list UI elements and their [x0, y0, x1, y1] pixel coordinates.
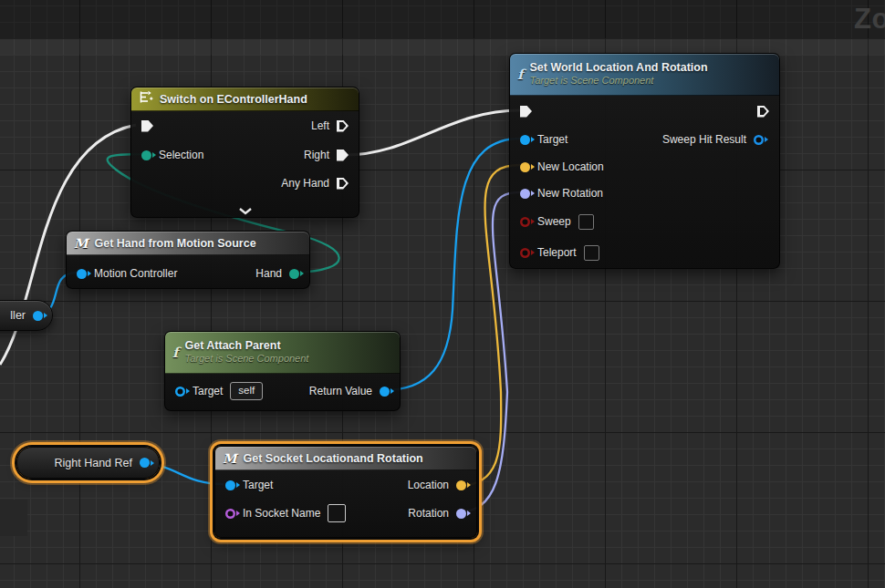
right-exec-pin[interactable] — [337, 150, 349, 161]
node-right-hand-ref-variable[interactable]: Right Hand Ref — [16, 447, 160, 479]
chevron-down-icon[interactable] — [238, 202, 253, 219]
target-label: Target — [537, 133, 567, 146]
right-hand-ref-output-pin[interactable] — [140, 458, 150, 468]
location-pin[interactable] — [456, 480, 466, 490]
sweep-label: Sweep — [537, 215, 571, 228]
clipped-node-stub — [0, 500, 27, 536]
teleport-label: Teleport — [537, 246, 577, 259]
exec-in-pin[interactable] — [141, 120, 153, 132]
target-pin[interactable] — [225, 480, 235, 490]
selection-pin[interactable] — [141, 150, 151, 160]
node-set-world-location-and-rotation[interactable]: f Set World Location And Rotation Target… — [509, 53, 780, 269]
teleport-pin[interactable] — [520, 248, 530, 258]
teleport-checkbox[interactable] — [584, 245, 599, 261]
variable-label: Right Hand Ref — [55, 457, 132, 469]
variable-label: ller — [10, 309, 26, 322]
self-default-value[interactable]: self — [230, 382, 263, 400]
target-pin[interactable] — [520, 135, 530, 145]
node-subtitle: Target is Scene Component — [529, 75, 707, 88]
location-label: Location — [408, 479, 449, 491]
node-title: Get Attach Parent — [184, 339, 308, 354]
function-icon: f — [517, 67, 523, 83]
target-label: Target — [243, 479, 273, 491]
wire-returnvalue-to-target — [384, 139, 520, 390]
sweep-pin[interactable] — [520, 217, 530, 227]
rotation-pin[interactable] — [456, 509, 466, 519]
socket-name-input[interactable] — [328, 504, 346, 522]
target-pin[interactable] — [175, 387, 185, 397]
sweep-hit-result-pin[interactable] — [754, 135, 764, 145]
switch-icon — [139, 90, 153, 108]
rotation-label: Rotation — [408, 507, 449, 520]
node-get-attach-parent[interactable]: f Get Attach Parent Target is Scene Comp… — [164, 331, 401, 411]
motion-controller-label: Motion Controller — [94, 267, 177, 280]
new-location-pin[interactable] — [520, 162, 530, 172]
exec-in-pin[interactable] — [520, 106, 532, 118]
new-location-label: New Location — [537, 160, 604, 173]
wire-switch-right-to-setworld-exec — [346, 110, 520, 155]
new-rotation-pin[interactable] — [520, 189, 530, 199]
motion-controller-pin[interactable] — [77, 269, 87, 279]
function-icon: f — [172, 345, 178, 361]
in-socket-name-pin[interactable] — [225, 509, 235, 519]
node-get-hand-from-motion-source[interactable]: M Get Hand from Motion Source Motion Con… — [66, 231, 310, 289]
clipped-variable-output-pin[interactable] — [33, 311, 43, 321]
selection-label: Selection — [159, 149, 203, 161]
sweep-checkbox[interactable] — [578, 214, 594, 230]
anyhand-exec-pin[interactable] — [337, 178, 349, 190]
target-label: Target — [193, 385, 223, 397]
node-title: Switch on EControllerHand — [160, 93, 307, 106]
sweep-hit-result-label: Sweep Hit Result — [662, 133, 746, 146]
node-title: Get Socket Locationand Rotation — [244, 452, 423, 465]
node-title: Set World Location And Rotation — [529, 61, 707, 76]
hand-pin[interactable] — [289, 269, 299, 279]
return-value-pin[interactable] — [380, 387, 390, 397]
node-title: Get Hand from Motion Source — [95, 237, 256, 250]
right-pin-label: Right — [304, 149, 329, 161]
node-switch-on-econtrollerhand[interactable]: Switch on EControllerHand Left Selection… — [130, 87, 359, 218]
in-socket-name-label: In Socket Name — [243, 507, 320, 520]
node-subtitle: Target is Scene Component — [184, 353, 308, 366]
zoom-watermark: Zo — [854, 3, 885, 36]
graph-top-shade — [0, 0, 885, 38]
node-clipped-variable[interactable]: ller — [0, 300, 53, 331]
exec-out-pin[interactable] — [757, 106, 769, 118]
return-value-label: Return Value — [309, 385, 372, 397]
anyhand-pin-label: Any Hand — [281, 177, 329, 190]
blueprint-graph-canvas[interactable]: Zo Switch on EControllerHand Left Select… — [0, 0, 885, 588]
node-get-socket-location-and-rotation[interactable]: M Get Socket Locationand Rotation Target… — [214, 446, 477, 538]
macro-icon: M — [74, 236, 88, 251]
left-pin-label: Left — [311, 119, 329, 132]
left-exec-pin[interactable] — [337, 120, 349, 132]
new-rotation-label: New Rotation — [537, 187, 603, 200]
hand-label: Hand — [255, 267, 282, 280]
macro-icon: M — [223, 451, 237, 466]
